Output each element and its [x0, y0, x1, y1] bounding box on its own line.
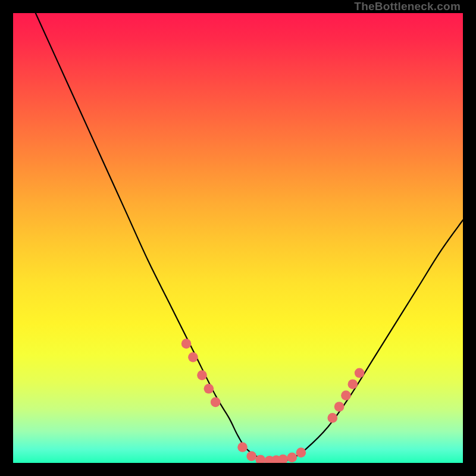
marker-dot — [296, 447, 306, 458]
marker-dot — [341, 390, 351, 400]
marker-dot — [278, 455, 288, 463]
marker-dot — [188, 352, 198, 362]
marker-dot — [211, 397, 221, 408]
marker-dot — [237, 442, 248, 452]
marker-dot — [347, 379, 358, 389]
marker-dot — [197, 370, 207, 380]
marker-dot — [204, 384, 214, 394]
chart-svg — [13, 13, 463, 463]
marker-dots — [181, 339, 365, 463]
marker-dot — [181, 339, 192, 349]
chart-frame: TheBottleneck.com — [0, 0, 476, 476]
marker-dot — [355, 368, 365, 378]
watermark-text: TheBottleneck.com — [354, 0, 461, 13]
bottleneck-curve — [36, 13, 463, 461]
marker-dot — [327, 413, 337, 423]
plot-area — [13, 13, 463, 463]
marker-dot — [334, 402, 345, 412]
marker-dot — [246, 451, 256, 461]
marker-dot — [287, 453, 297, 463]
